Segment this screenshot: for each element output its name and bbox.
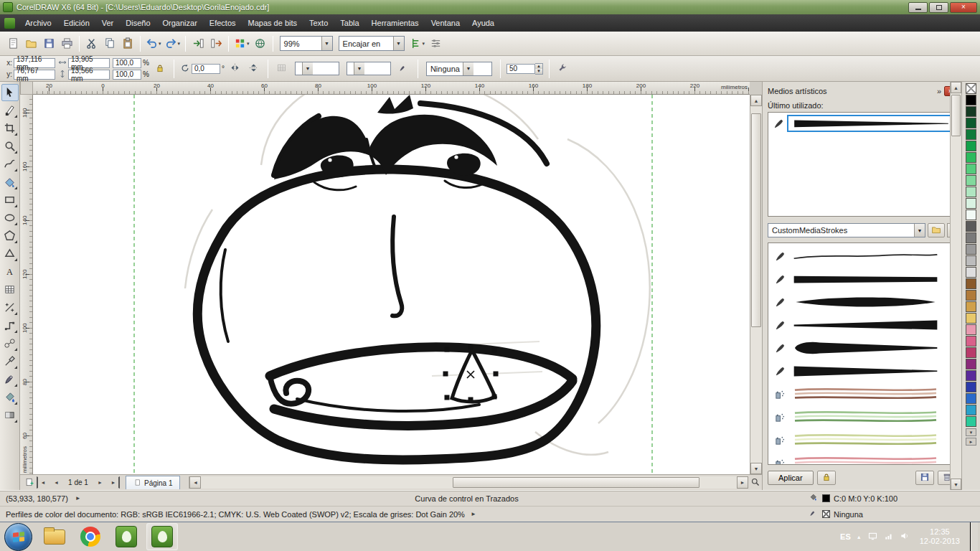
menu-item-1[interactable]: Edición <box>58 16 95 30</box>
close-button[interactable]: × <box>950 2 977 13</box>
tool-connector[interactable] <box>1 317 19 334</box>
palette-swatch-3[interactable] <box>966 118 976 128</box>
explorer-taskbar-button[interactable] <box>39 523 70 550</box>
scroll-right-icon[interactable]: ► <box>737 476 748 489</box>
artistic-media-stroke-button[interactable] <box>396 60 412 77</box>
tool-pick[interactable] <box>1 84 19 101</box>
toolbar-options[interactable] <box>427 34 444 53</box>
stroke-row-stroke-6[interactable] <box>771 359 942 382</box>
menu-item-0[interactable]: Archivo <box>19 16 57 30</box>
stroke-thumbnail[interactable] <box>789 293 942 311</box>
scroll-down-icon[interactable]: ▼ <box>750 463 762 474</box>
previous-page-button[interactable]: ◄ <box>50 476 62 489</box>
stroke-row-stroke-4[interactable] <box>771 314 942 336</box>
tool-polygon[interactable] <box>1 227 19 245</box>
palette-swatch-20[interactable] <box>966 313 976 324</box>
chevron-down-icon[interactable]: ▼ <box>463 62 473 75</box>
tool-crop[interactable] <box>1 120 19 137</box>
menu-item-7[interactable]: Texto <box>303 16 334 30</box>
stroke-row-stroke-1[interactable] <box>771 245 942 268</box>
y-position-field[interactable]: 76,767 mm <box>14 70 55 80</box>
tool-rectangle[interactable] <box>1 192 19 209</box>
selected-tooth-object[interactable] <box>452 350 495 402</box>
palette-swatch-19[interactable] <box>966 301 976 312</box>
navigator-button[interactable] <box>749 476 761 489</box>
palette-swatch-10[interactable] <box>966 198 976 209</box>
spin-up-icon[interactable]: ▲ <box>535 64 542 69</box>
palette-flyout-icon[interactable]: ► <box>966 438 976 446</box>
vertical-scroll-thumb[interactable] <box>751 113 761 327</box>
menu-item-6[interactable]: Mapas de bits <box>242 16 303 30</box>
palette-swatch-18[interactable] <box>966 290 976 301</box>
palette-scroll-down-icon[interactable]: ▼ <box>966 428 976 436</box>
tool-shape[interactable] <box>1 102 19 119</box>
corel-taskbar-button[interactable] <box>110 523 142 550</box>
stroke-width-value[interactable]: 50 <box>507 64 535 74</box>
dropdown-caret-icon[interactable]: ▾ <box>178 41 181 47</box>
toolbar-save[interactable] <box>40 34 57 53</box>
stroke-thumbnail[interactable] <box>789 339 942 357</box>
palette-swatch-9[interactable] <box>966 187 976 197</box>
palette-swatch-15[interactable] <box>966 255 976 266</box>
stroke-row-stroke-8[interactable] <box>771 405 942 428</box>
ruler-origin-box[interactable] <box>20 82 33 95</box>
dropdown-caret-icon[interactable]: ▾ <box>159 41 161 47</box>
palette-swatch-24[interactable] <box>966 359 976 369</box>
toolbar-print[interactable] <box>58 34 75 53</box>
mirror-vertical-button[interactable] <box>246 60 262 77</box>
zoom-level-combo[interactable]: 99% ▼ <box>280 36 333 51</box>
chevron-down-icon[interactable]: ▼ <box>914 224 925 237</box>
outline-width-combo[interactable]: ▼ <box>295 62 339 75</box>
tool-blend[interactable] <box>1 335 19 352</box>
lock-ratio-button[interactable] <box>152 60 168 77</box>
stroke-thumbnail[interactable] <box>789 408 942 426</box>
tool-interactive-fill[interactable] <box>1 407 19 424</box>
stroke-thumbnail[interactable] <box>789 385 942 403</box>
toolbar-export[interactable] <box>207 34 225 53</box>
display-tray-icon[interactable] <box>867 531 878 543</box>
stroke-row-stroke-7[interactable] <box>771 382 942 405</box>
snap-to-combo[interactable]: Encajar en ▼ <box>339 36 405 51</box>
stroke-row-stroke-3[interactable] <box>771 291 942 314</box>
stroke-list-scrollbar[interactable]: ▲ ▼ <box>950 82 961 490</box>
clock[interactable]: 12:35 12-02-2013 <box>915 527 964 546</box>
lock-button[interactable] <box>817 471 836 485</box>
tool-parallel-dimension[interactable] <box>1 299 19 316</box>
first-page-button[interactable]: ◄ <box>37 476 49 489</box>
stroke-row-stroke-5[interactable] <box>771 336 942 359</box>
palette-swatch-14[interactable] <box>966 244 976 255</box>
menu-item-5[interactable]: Efectos <box>204 16 242 30</box>
stroke-thumbnail[interactable] <box>789 247 942 265</box>
coreldraw-active-taskbar-button[interactable] <box>146 523 178 550</box>
show-desktop-button[interactable] <box>970 522 978 551</box>
scale-x-field[interactable]: 100,0 <box>113 58 141 68</box>
chevron-down-icon[interactable]: ▼ <box>393 37 404 50</box>
palette-swatch-21[interactable] <box>966 324 976 335</box>
object-height-field[interactable]: 13,566 mm <box>68 70 110 80</box>
stroke-thumbnail[interactable] <box>789 453 942 465</box>
drawing-canvas[interactable] <box>33 95 750 474</box>
menu-item-3[interactable]: Diseño <box>120 16 156 30</box>
dropdown-caret-icon[interactable]: ▾ <box>423 41 425 47</box>
vertical-scroll-track[interactable] <box>750 106 762 463</box>
stroke-thumbnail[interactable] <box>789 430 942 449</box>
stroke-row-stroke-9[interactable] <box>771 428 942 451</box>
toolbar-snapping-options[interactable]: ▾ <box>408 34 427 53</box>
start-button[interactable] <box>4 523 32 551</box>
minimize-button[interactable] <box>908 2 928 13</box>
toolbar-cut[interactable] <box>83 34 100 53</box>
line-style-combo[interactable]: ▼ <box>347 62 391 75</box>
palette-swatch-5[interactable] <box>966 141 976 151</box>
scroll-down-icon[interactable]: ▼ <box>951 479 961 490</box>
tool-ellipse[interactable] <box>1 209 19 227</box>
horizontal-scroll-thumb[interactable] <box>453 477 699 488</box>
stroke-row-stroke-2[interactable] <box>771 268 942 291</box>
fill-color-swatch[interactable] <box>822 494 830 502</box>
stroke-category-combo[interactable]: CustomMediaStrokes ▼ <box>768 223 925 237</box>
menu-item-10[interactable]: Ventana <box>425 16 466 30</box>
scroll-left-icon[interactable]: ◄ <box>189 476 201 489</box>
palette-swatch-6[interactable] <box>966 152 976 163</box>
toolbar-paste[interactable] <box>119 34 136 53</box>
menu-item-2[interactable]: Ver <box>96 16 120 30</box>
tool-table[interactable] <box>1 281 19 298</box>
